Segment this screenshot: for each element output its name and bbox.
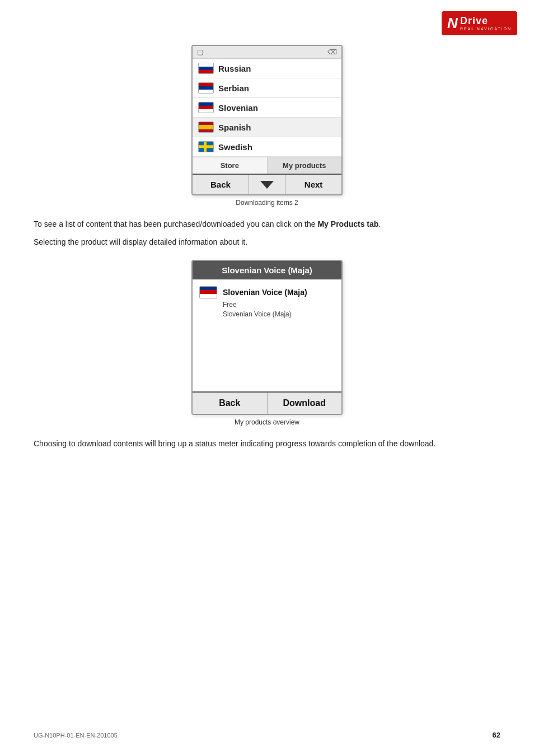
phone-header-bar: ▢ ⌫ bbox=[193, 46, 341, 59]
description-text-1: To see a list of content that has been p… bbox=[34, 218, 500, 230]
phone-footer-1: Back Next bbox=[193, 174, 341, 194]
screenshot2-container: Slovenian Voice (Maja) Slovenian Voice (… bbox=[34, 260, 500, 426]
desc1-normal: To see a list of content that has been p… bbox=[34, 220, 317, 228]
phone-tabs: Store My products bbox=[193, 157, 341, 174]
page-footer: UG-N10PH-01-EN-EN-201005 62 bbox=[34, 731, 500, 739]
language-list: Russian Serbian Slov bbox=[193, 59, 341, 157]
next-button-1[interactable]: Next bbox=[285, 175, 341, 194]
product-title-row: Slovenian Voice (Maja) bbox=[199, 286, 335, 298]
product-detail-body: Slovenian Voice (Maja) Free Slovenian Vo… bbox=[193, 279, 341, 391]
screenshot2-caption: My products overview bbox=[235, 418, 299, 426]
flag-slovenian bbox=[198, 102, 214, 113]
language-name-slovenian: Slovenian bbox=[218, 103, 258, 113]
phone-signal-icon: ▢ bbox=[197, 48, 203, 56]
language-name-spanish: Spanish bbox=[218, 123, 251, 132]
logo-n-letter: N bbox=[447, 15, 458, 32]
product-detail-header: Slovenian Voice (Maja) bbox=[193, 261, 341, 279]
description-text-2: Selecting the product will display detai… bbox=[34, 236, 500, 248]
tab-store[interactable]: Store bbox=[193, 157, 268, 174]
flag-swedish bbox=[198, 141, 214, 152]
flag-serbian bbox=[198, 82, 214, 94]
product-name-label: Slovenian Voice (Maja) bbox=[223, 288, 307, 297]
logo-drive-text: Drive bbox=[460, 16, 512, 27]
phone-footer-2: Back Download bbox=[193, 391, 341, 414]
phone-backspace-icon: ⌫ bbox=[327, 48, 337, 56]
language-name-russian: Russian bbox=[218, 64, 251, 73]
download-button[interactable]: Download bbox=[268, 393, 342, 414]
back-button-2[interactable]: Back bbox=[193, 393, 268, 414]
product-description-label: Slovenian Voice (Maja) bbox=[223, 310, 335, 318]
list-item[interactable]: Serbian bbox=[193, 78, 341, 98]
screenshot1-caption: Downloading items 2 bbox=[236, 199, 298, 207]
list-item[interactable]: Spanish bbox=[193, 118, 341, 137]
screenshot1-container: ▢ ⌫ Russian bbox=[34, 45, 500, 207]
download-arrow-button[interactable] bbox=[249, 175, 285, 194]
tab-my-products[interactable]: My products bbox=[268, 157, 342, 174]
flag-russian bbox=[198, 63, 214, 74]
back-button-1[interactable]: Back bbox=[193, 175, 249, 194]
page-number: 62 bbox=[493, 731, 500, 739]
logo: N Drive REAL NAVIGATION bbox=[442, 11, 517, 35]
language-name-serbian: Serbian bbox=[218, 83, 249, 93]
description-text-3: Choosing to download contents will bring… bbox=[34, 437, 500, 450]
flag-spanish bbox=[198, 122, 214, 133]
document-id: UG-N10PH-01-EN-EN-201005 bbox=[34, 732, 118, 739]
list-item[interactable]: Swedish bbox=[193, 137, 341, 157]
product-price-label: Free bbox=[223, 301, 335, 309]
phone-screen-2: Slovenian Voice (Maja) Slovenian Voice (… bbox=[191, 260, 343, 415]
arrow-down-icon bbox=[260, 181, 274, 189]
list-item[interactable]: Slovenian bbox=[193, 98, 341, 118]
flag-slovenian-product bbox=[199, 286, 217, 298]
phone-screen-1: ▢ ⌫ Russian bbox=[191, 45, 343, 195]
list-item[interactable]: Russian bbox=[193, 59, 341, 78]
desc1-bold: My Products tab bbox=[317, 220, 378, 228]
language-name-swedish: Swedish bbox=[218, 142, 252, 152]
logo-sub-text: REAL NAVIGATION bbox=[460, 27, 512, 31]
